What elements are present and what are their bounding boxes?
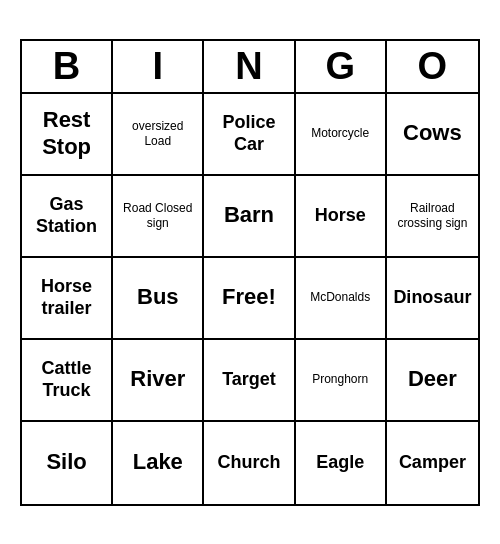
cell-2-2: Free! (204, 258, 295, 340)
cell-4-2: Church (204, 422, 295, 504)
cell-3-4: Deer (387, 340, 478, 422)
cell-2-3: McDonalds (296, 258, 387, 340)
cell-0-4: Cows (387, 94, 478, 176)
cell-1-2: Barn (204, 176, 295, 258)
cell-text: Eagle (316, 452, 364, 474)
cell-4-3: Eagle (296, 422, 387, 504)
cell-0-1: oversized Load (113, 94, 204, 176)
cell-1-1: Road Closed sign (113, 176, 204, 258)
cell-text: Pronghorn (312, 372, 368, 386)
cell-4-4: Camper (387, 422, 478, 504)
cell-1-4: Railroad crossing sign (387, 176, 478, 258)
header-letter: O (387, 41, 478, 92)
cell-text: Rest Stop (26, 107, 107, 160)
cell-3-1: River (113, 340, 204, 422)
cell-text: Gas Station (26, 194, 107, 237)
cell-1-0: Gas Station (22, 176, 113, 258)
cell-4-0: Silo (22, 422, 113, 504)
header-letter: N (204, 41, 295, 92)
cell-text: Cattle Truck (26, 358, 107, 401)
cell-text: Motorcycle (311, 126, 369, 140)
cell-0-0: Rest Stop (22, 94, 113, 176)
cell-text: Cows (403, 120, 462, 146)
cell-text: Free! (222, 284, 276, 310)
header-letter: I (113, 41, 204, 92)
cell-3-2: Target (204, 340, 295, 422)
cell-text: Horse trailer (26, 276, 107, 319)
cell-text: Bus (137, 284, 179, 310)
cell-2-0: Horse trailer (22, 258, 113, 340)
bingo-header: BINGO (22, 41, 478, 94)
cell-text: Barn (224, 202, 274, 228)
cell-3-0: Cattle Truck (22, 340, 113, 422)
cell-text: Silo (46, 449, 86, 475)
cell-text: McDonalds (310, 290, 370, 304)
cell-text: Camper (399, 452, 466, 474)
cell-text: oversized Load (117, 119, 198, 148)
cell-text: Deer (408, 366, 457, 392)
cell-3-3: Pronghorn (296, 340, 387, 422)
cell-0-3: Motorcycle (296, 94, 387, 176)
cell-text: Railroad crossing sign (391, 201, 474, 230)
bingo-card: BINGO Rest Stopoversized LoadPolice CarM… (20, 39, 480, 506)
cell-text: Police Car (208, 112, 289, 155)
cell-text: Dinosaur (393, 287, 471, 309)
header-letter: G (296, 41, 387, 92)
cell-0-2: Police Car (204, 94, 295, 176)
cell-text: Road Closed sign (117, 201, 198, 230)
cell-1-3: Horse (296, 176, 387, 258)
cell-text: Horse (315, 205, 366, 227)
cell-text: Church (217, 452, 280, 474)
cell-2-1: Bus (113, 258, 204, 340)
cell-text: Lake (133, 449, 183, 475)
bingo-grid: Rest Stopoversized LoadPolice CarMotorcy… (22, 94, 478, 504)
cell-text: Target (222, 369, 276, 391)
cell-text: River (130, 366, 185, 392)
header-letter: B (22, 41, 113, 92)
cell-2-4: Dinosaur (387, 258, 478, 340)
cell-4-1: Lake (113, 422, 204, 504)
